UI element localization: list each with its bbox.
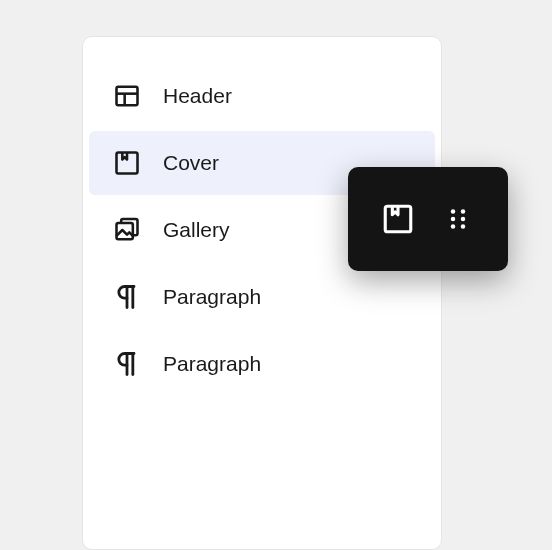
svg-point-13: [461, 217, 466, 222]
svg-point-14: [451, 224, 456, 229]
svg-point-12: [451, 217, 456, 222]
paragraph-icon: [113, 283, 141, 311]
gallery-icon: [113, 216, 141, 244]
list-item-paragraph[interactable]: Paragraph: [89, 265, 435, 329]
drag-handle-icon[interactable]: [441, 202, 475, 236]
svg-point-15: [461, 224, 466, 229]
list-item-label: Header: [163, 84, 411, 108]
block-list-panel: Header Cover Gallery Pa: [82, 36, 442, 550]
svg-point-10: [451, 209, 456, 214]
header-icon: [113, 82, 141, 110]
list-item-label: Paragraph: [163, 285, 411, 309]
paragraph-icon: [113, 350, 141, 378]
cover-tile[interactable]: [381, 202, 415, 236]
svg-rect-0: [117, 87, 138, 106]
floating-toolbar: [348, 167, 508, 271]
svg-point-11: [461, 209, 466, 214]
list-item-header[interactable]: Header: [89, 64, 435, 128]
cover-icon: [113, 149, 141, 177]
list-item-paragraph[interactable]: Paragraph: [89, 332, 435, 396]
list-item-label: Paragraph: [163, 352, 411, 376]
